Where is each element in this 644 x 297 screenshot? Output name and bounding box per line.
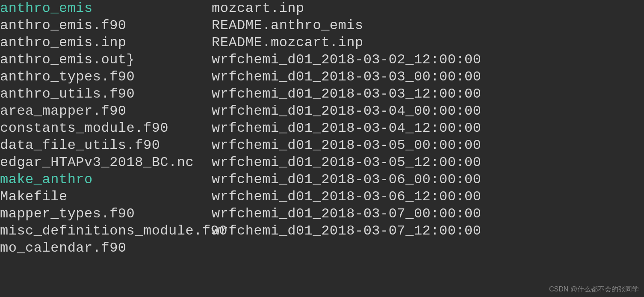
file-entry: wrfchemi_d01_2018-03-05_12:00:00 bbox=[212, 154, 644, 171]
file-entry: README.mozcart.inp bbox=[212, 34, 644, 51]
file-entry: anthro_emis.f90 bbox=[0, 17, 212, 34]
file-entry: wrfchemi_d01_2018-03-03_12:00:00 bbox=[212, 86, 644, 103]
file-entry: wrfchemi_d01_2018-03-07_12:00:00 bbox=[212, 223, 644, 240]
file-entry: constants_module.f90 bbox=[0, 120, 212, 137]
file-entry: make_anthro bbox=[0, 171, 212, 188]
watermark-text: CSDN @什么都不会的张同学 bbox=[549, 285, 639, 294]
file-entry: anthro_emis bbox=[0, 0, 212, 17]
file-entry: wrfchemi_d01_2018-03-05_00:00:00 bbox=[212, 137, 644, 154]
file-listing-column-2: mozcart.inpREADME.anthro_emisREADME.mozc… bbox=[212, 0, 644, 257]
file-entry: edgar_HTAPv3_2018_BC.nc bbox=[0, 154, 212, 171]
file-entry: anthro_emis.out} bbox=[0, 51, 212, 68]
file-entry: anthro_emis.inp bbox=[0, 34, 212, 51]
file-entry: mo_calendar.f90 bbox=[0, 240, 212, 257]
terminal-output: anthro_emisanthro_emis.f90anthro_emis.in… bbox=[0, 0, 644, 257]
file-entry: Makefile bbox=[0, 188, 212, 205]
file-entry: misc_definitions_module.f90 bbox=[0, 223, 212, 240]
file-entry: wrfchemi_d01_2018-03-06_00:00:00 bbox=[212, 171, 644, 188]
file-entry: wrfchemi_d01_2018-03-04_12:00:00 bbox=[212, 120, 644, 137]
file-entry: anthro_types.f90 bbox=[0, 68, 212, 86]
file-entry: wrfchemi_d01_2018-03-03_00:00:00 bbox=[212, 68, 644, 86]
file-entry: wrfchemi_d01_2018-03-02_12:00:00 bbox=[212, 51, 644, 68]
file-entry: mapper_types.f90 bbox=[0, 205, 212, 223]
file-entry: wrfchemi_d01_2018-03-07_00:00:00 bbox=[212, 205, 644, 223]
file-entry: mozcart.inp bbox=[212, 0, 644, 17]
file-listing-column-1: anthro_emisanthro_emis.f90anthro_emis.in… bbox=[0, 0, 212, 257]
file-entry: data_file_utils.f90 bbox=[0, 137, 212, 154]
file-entry: anthro_utils.f90 bbox=[0, 86, 212, 103]
file-entry: wrfchemi_d01_2018-03-06_12:00:00 bbox=[212, 188, 644, 205]
file-entry: README.anthro_emis bbox=[212, 17, 644, 34]
file-entry: area_mapper.f90 bbox=[0, 103, 212, 120]
file-entry: wrfchemi_d01_2018-03-04_00:00:00 bbox=[212, 103, 644, 120]
